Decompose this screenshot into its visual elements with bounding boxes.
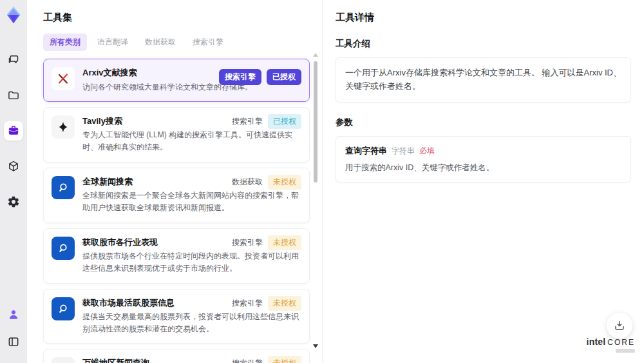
folder-icon [7, 89, 20, 102]
sidebar-item-settings[interactable] [4, 192, 23, 211]
sidebar-bottom [4, 305, 23, 351]
tool-description: 全球新闻搜索是一个聚合全球各大新闻网站内容的搜索引擎，帮助用户快速获取全球最新资… [82, 190, 301, 214]
stock-search-icon [52, 237, 75, 260]
intel-sub-badge [616, 349, 635, 353]
tool-description: 提供股票市场各个行业在特定时间段内的表现。投资者可以利用这些信息来识别表现优于或… [82, 250, 301, 275]
param-name: 查询字符串 [345, 145, 387, 157]
tool-description: 专为人工智能代理 (LLM) 构建的搜索引擎工具。可快速提供实时、准确和真实的结… [82, 129, 301, 153]
auth-status-badge: 已授权 [267, 69, 301, 85]
tool-card-arxiv[interactable]: Arxiv文献搜索 访问各个研究领域大量科学论文和文章的存储库。 搜索引擎 已授… [43, 59, 310, 102]
auth-status-badge: 未授权 [268, 235, 301, 250]
sidebar-item-tools[interactable] [4, 121, 23, 141]
param-type: 字符串 [392, 146, 415, 157]
category-tabs: 所有类别 语言翻译 数据获取 搜索引擎 [43, 34, 322, 51]
tool-card-regional-news[interactable]: 万维地区新闻查询 查询具体行政区划内的新闻，快速了解各地新闻动 搜索引擎 未授权 [43, 349, 310, 363]
sidebar-item-collapse-panel[interactable] [4, 332, 23, 351]
auth-status-badge: 未授权 [268, 175, 301, 190]
cube-icon [7, 160, 20, 173]
auth-status-badge: 未授权 [268, 356, 301, 363]
tool-card-tavily[interactable]: Tavily搜索 专为人工智能代理 (LLM) 构建的搜索引擎工具。可快速提供实… [43, 107, 310, 162]
panel-layout-icon [7, 335, 20, 348]
param-box: 查询字符串 字符串 必填 用于搜索的Arxiv ID、关键字或作者姓名。 [336, 136, 631, 182]
gear-icon [7, 195, 20, 208]
sidebar-nav [4, 50, 23, 211]
intro-section-title: 工具介绍 [336, 38, 631, 50]
intel-wordmark: intel [587, 337, 606, 347]
tavily-star-icon [52, 115, 75, 139]
stock-search-icon [52, 297, 75, 320]
tab-language-translation[interactable]: 语言翻译 [91, 34, 135, 51]
user-icon [7, 308, 20, 321]
sidebar-item-chat[interactable] [4, 50, 23, 70]
sidebar-item-models[interactable] [4, 157, 23, 176]
params-section-title: 参数 [336, 117, 631, 128]
scrollbar-up-arrow-icon[interactable] [313, 53, 318, 57]
tool-card-list: Arxiv文献搜索 访问各个研究领域大量科学论文和文章的存储库。 搜索引擎 已授… [43, 59, 310, 363]
download-icon [613, 319, 626, 332]
tool-detail-panel: 工具详情 工具介绍 一个用于从Arxiv存储库搜索科学论文和文章的工具。 输入可… [322, 0, 644, 363]
param-description: 用于搜索的Arxiv ID、关键字或作者姓名。 [345, 162, 621, 173]
scrollbar-thumb[interactable] [314, 61, 317, 182]
intro-text: 一个用于从Arxiv存储库搜索科学论文和文章的工具。 输入可以是Arxiv ID… [345, 66, 621, 93]
tool-card-global-news[interactable]: 全球新闻搜索 全球新闻搜索是一个聚合全球各大新闻网站内容的搜索引擎，帮助用户快速… [43, 168, 310, 223]
app-window: 工具集 所有类别 语言翻译 数据获取 搜索引擎 Arxiv文献搜索 访问各个研究… [0, 0, 644, 363]
chat-icon [7, 54, 20, 66]
news-search-icon [52, 176, 75, 199]
core-wordmark: CORE [607, 338, 635, 347]
auth-status-badge: 已授权 [268, 114, 301, 129]
briefcase-icon [7, 124, 20, 137]
arxiv-logo-icon [52, 67, 75, 90]
category-badge: 搜索引擎 [232, 358, 263, 363]
tab-search-engine[interactable]: 搜索引擎 [186, 34, 230, 51]
newspaper-icon [52, 357, 75, 363]
category-badge: 搜索引擎 [232, 116, 263, 127]
auth-status-badge: 未授权 [268, 296, 301, 311]
category-badge: 搜索引擎 [219, 69, 261, 85]
page-title: 工具集 [43, 12, 322, 24]
category-badge: 搜索引擎 [232, 298, 263, 309]
download-button[interactable] [607, 313, 632, 338]
tab-all-categories[interactable]: 所有类别 [43, 34, 87, 51]
sidebar-item-user[interactable] [4, 305, 23, 324]
tab-data-fetch[interactable]: 数据获取 [138, 34, 182, 51]
intel-core-logo: intel CORE [587, 337, 635, 353]
intro-box: 一个用于从Arxiv存储库搜索科学论文和文章的工具。 输入可以是Arxiv ID… [336, 57, 631, 103]
app-logo-icon [4, 5, 23, 25]
left-sidebar [0, 0, 27, 363]
tool-list-panel: 工具集 所有类别 语言翻译 数据获取 搜索引擎 Arxiv文献搜索 访问各个研究… [27, 0, 322, 363]
scrollbar-down-arrow-icon[interactable] [313, 344, 318, 348]
category-badge: 数据获取 [232, 177, 263, 188]
tool-description: 提供当天交易量最高的股票列表，投资者可以利用这些信息来识别流动性强的股票和潜在的… [82, 311, 301, 335]
detail-title: 工具详情 [336, 12, 631, 24]
tool-card-sector-performance[interactable]: 获取股市各行业表现 提供股票市场各个行业在特定时间段内的表现。投资者可以利用这些… [43, 228, 310, 284]
tool-card-active-stocks[interactable]: 获取市场最活跃股票信息 提供当天交易量最高的股票列表，投资者可以利用这些信息来识… [43, 289, 310, 344]
category-badge: 搜索引擎 [232, 237, 263, 248]
sidebar-item-files[interactable] [4, 86, 23, 105]
param-required-flag: 必填 [419, 146, 435, 157]
